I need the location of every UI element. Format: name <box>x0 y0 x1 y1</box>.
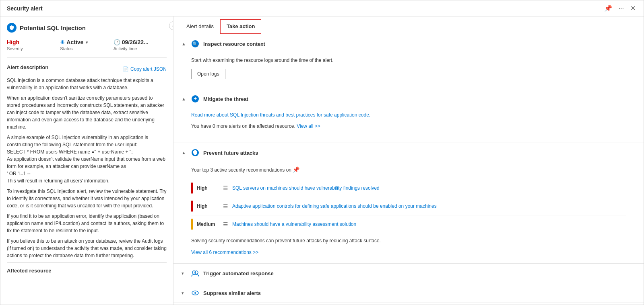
affected-resource-heading: Affected resource <box>7 268 52 274</box>
inspect-description: Start with examining the resource logs a… <box>191 57 626 64</box>
more-options-button[interactable]: ··· <box>617 4 625 13</box>
suppress-title: Suppress similar alerts <box>203 290 261 296</box>
suppress-icon <box>191 289 199 297</box>
rec2-link[interactable]: Adaptive application controls for defini… <box>232 203 626 209</box>
sections-container: ▲ 🔍 Inspect resource context Start with … <box>173 34 644 305</box>
recommendations-list: High ☰ SQL servers on machines should ha… <box>191 179 626 233</box>
alert-description-header: Alert description 📄 Copy alert JSON <box>7 64 167 74</box>
rec2-lines-icon: ☰ <box>223 203 228 209</box>
desc-p2: When an application doesn't sanitize cor… <box>7 94 167 131</box>
tab-take-action[interactable]: Take action <box>220 19 262 34</box>
shield-icon <box>7 23 17 33</box>
rec3-link[interactable]: Machines should have a vulnerability ass… <box>232 221 626 227</box>
section-inspect: ▲ 🔍 Inspect resource context Start with … <box>173 34 644 89</box>
mitigate-alerts-text: You have 0 more alerts on the affected r… <box>191 123 626 130</box>
rec1-severity-label: High <box>197 185 219 191</box>
rec1-link[interactable]: SQL servers on machines should have vuln… <box>232 185 626 191</box>
mitigate-view-all-link[interactable]: View all >> <box>297 123 320 129</box>
doc-icon: 📄 <box>123 66 129 72</box>
collapse-panel-button[interactable]: « <box>169 21 173 30</box>
alert-title: Potential SQL Injection <box>20 25 86 31</box>
status-value: ✳ Active ▾ <box>60 39 110 45</box>
inspect-icon: 🔍 <box>191 40 199 48</box>
section-prevent-header[interactable]: ▲ Prevent future attacks <box>173 143 644 162</box>
dialog-header-actions: 📌 ··· ✕ <box>603 4 637 13</box>
status-chevron-icon: ▾ <box>86 40 88 45</box>
view-all-recommendations-link[interactable]: View all 6 recommendations >> <box>191 250 258 255</box>
affected-resource-section: Affected resource <box>7 262 167 274</box>
section-email-header[interactable]: ▾ Configure email notification settings <box>173 303 644 305</box>
copy-alert-json-link[interactable]: 📄 Copy alert JSON <box>123 66 167 72</box>
activity-time-value: 🕐 09/26/22... <box>114 39 163 45</box>
open-logs-label: Open logs <box>197 71 219 77</box>
pin-button[interactable]: 📌 <box>603 4 614 13</box>
desc-p3: A simple example of SQL Injection vulner… <box>7 134 167 184</box>
prevent-chevron-icon: ▲ <box>182 150 187 155</box>
close-button[interactable]: ✕ <box>629 4 637 13</box>
dialog-header: Security alert 📌 ··· ✕ <box>0 0 644 16</box>
section-trigger: ▾ Trigger automated response <box>173 264 644 283</box>
inspect-chevron-icon: ▲ <box>182 41 187 46</box>
rec1-severity-bar <box>191 182 193 194</box>
alert-title-row: Potential SQL Injection <box>7 23 167 33</box>
left-panel: « Potential SQL Injection High Severity <box>0 16 173 305</box>
rec-item-1: High ☰ SQL servers on machines should ha… <box>191 179 626 197</box>
status-spinner-icon: ✳ <box>60 39 65 45</box>
section-prevent: ▲ Prevent future attacks Your top 3 acti… <box>173 143 644 264</box>
trigger-title: Trigger automated response <box>203 270 274 276</box>
status-label: Status <box>60 46 110 51</box>
tabs-row: Alert details Take action <box>173 16 644 34</box>
alert-description-heading: Alert description <box>7 64 48 70</box>
mitigate-chevron-icon: ▲ <box>182 96 187 101</box>
status-meta: ✳ Active ▾ Status <box>60 39 113 51</box>
solving-text: Solving security recommendations can pre… <box>191 237 626 244</box>
svg-text:🔍: 🔍 <box>192 41 198 47</box>
svg-point-8 <box>194 292 196 294</box>
metadata-row: High Severity ✳ Active ▾ Status 🕐 09/26/… <box>7 39 167 58</box>
section-mitigate: ▲ + Mitigate the threat Read more about … <box>173 89 644 143</box>
section-email: ▾ Configure email notification settings <box>173 303 644 305</box>
more-icon: ··· <box>619 5 624 12</box>
trigger-chevron-icon: ▾ <box>182 271 187 276</box>
mitigate-icon: + <box>191 95 199 103</box>
inspect-title: Inspect resource context <box>203 41 265 47</box>
prevent-body: Your top 3 active security recommendatio… <box>173 162 644 263</box>
rec3-severity-label: Medium <box>197 221 219 227</box>
purple-pin-icon: 📌 <box>293 166 299 173</box>
mitigate-read-more-link[interactable]: Read more about SQL Injection threats an… <box>191 112 370 118</box>
rec2-severity-label: High <box>197 203 219 209</box>
desc-p5: If you find it to be an application erro… <box>7 213 167 234</box>
activity-time-meta: 🕐 09/26/22... Activity time <box>114 39 167 51</box>
rec3-lines-icon: ☰ <box>223 221 228 227</box>
right-panel: Alert details Take action ▲ 🔍 <box>173 16 644 305</box>
open-logs-button[interactable]: Open logs <box>191 69 225 79</box>
status-text: Active <box>66 39 83 45</box>
mitigate-body: Read more about SQL Injection threats an… <box>173 108 644 143</box>
clock-icon: 🕐 <box>114 39 120 45</box>
section-inspect-header[interactable]: ▲ 🔍 Inspect resource context <box>173 34 644 53</box>
rec1-lines-icon: ☰ <box>223 185 228 191</box>
pin-icon: 📌 <box>604 5 612 12</box>
severity-value: High <box>7 39 57 45</box>
prevent-top-text: Your top 3 active security recommendatio… <box>191 166 626 174</box>
section-trigger-header[interactable]: ▾ Trigger automated response <box>173 264 644 283</box>
activity-time-label: Activity time <box>114 46 163 51</box>
section-suppress-header[interactable]: ▾ Suppress similar alerts <box>173 283 644 303</box>
collapse-icon: « <box>172 23 173 28</box>
mitigate-title: Mitigate the threat <box>203 96 248 102</box>
section-suppress: ▾ Suppress similar alerts <box>173 283 644 303</box>
tab-alert-details[interactable]: Alert details <box>180 19 220 34</box>
svg-text:+: + <box>194 95 197 102</box>
severity-meta: High Severity <box>7 39 60 51</box>
rec2-severity-bar <box>191 201 193 212</box>
alert-description: SQL Injection is a common database attac… <box>7 77 167 259</box>
severity-label: Severity <box>7 46 57 51</box>
trigger-icon <box>191 269 199 277</box>
inspect-body: Start with examining the resource logs a… <box>173 53 644 89</box>
rec3-severity-bar <box>191 219 193 230</box>
suppress-chevron-icon: ▾ <box>182 291 187 296</box>
dialog-body: « Potential SQL Injection High Severity <box>0 16 644 305</box>
section-mitigate-header[interactable]: ▲ + Mitigate the threat <box>173 89 644 108</box>
desc-p1: SQL Injection is a common database attac… <box>7 77 167 91</box>
prevent-icon <box>191 149 199 157</box>
